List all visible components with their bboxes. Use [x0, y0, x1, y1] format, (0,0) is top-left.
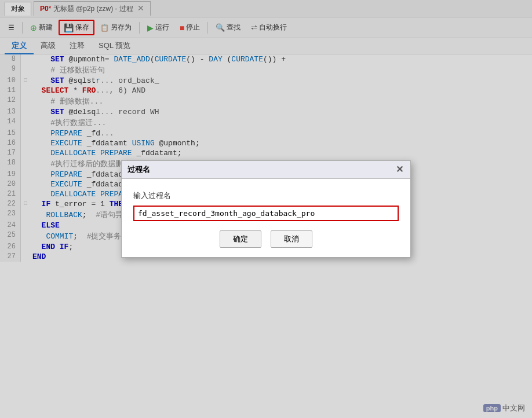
dialog-titlebar: 过程名 ✕ — [122, 161, 410, 179]
dialog-close-button[interactable]: ✕ — [395, 165, 405, 174]
dialog-input-label: 输入过程名 — [133, 190, 399, 201]
modal-overlay: 过程名 ✕ 输入过程名 确定 取消 — [0, 0, 532, 418]
dialog-input-wrap — [133, 206, 399, 221]
procedure-name-input[interactable] — [134, 207, 398, 220]
dialog-body: 输入过程名 确定 取消 — [122, 179, 410, 257]
dialog-buttons: 确定 取消 — [133, 230, 399, 248]
dialog-procedure-name: 过程名 ✕ 输入过程名 确定 取消 — [121, 160, 411, 258]
dialog-title: 过程名 — [127, 164, 150, 175]
cancel-button[interactable]: 取消 — [271, 230, 312, 248]
confirm-button[interactable]: 确定 — [220, 230, 261, 248]
